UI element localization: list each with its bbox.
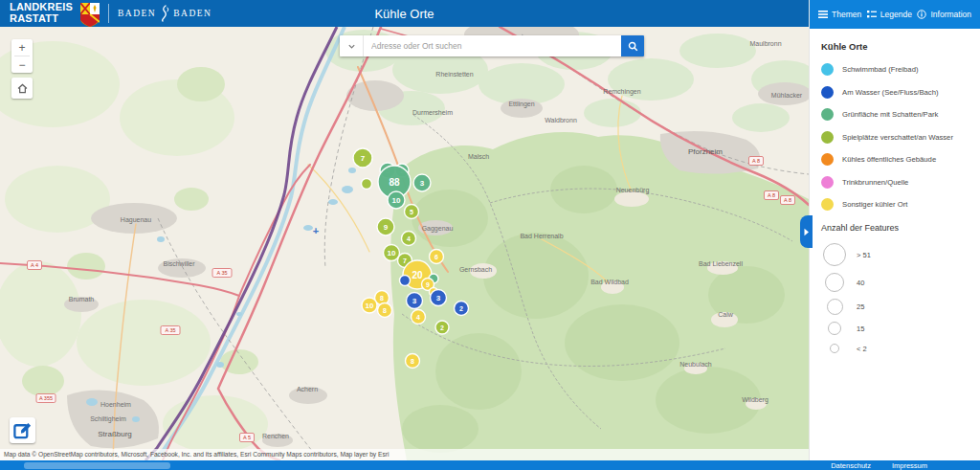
svg-text:4: 4 xyxy=(407,235,411,242)
airport-symbol: + xyxy=(313,225,319,236)
cluster-marker[interactable]: 3 xyxy=(407,293,423,309)
feature-count-circle-box xyxy=(821,322,848,335)
svg-text:5: 5 xyxy=(410,209,413,215)
legend-sidebar: ThemenLegendeInformation Kühle Orte Schw… xyxy=(809,0,980,460)
menu-legende[interactable]: Legende xyxy=(867,10,912,19)
map-attribution: Map data © OpenStreetMap contributors, M… xyxy=(0,449,809,460)
map-label: Straßburg xyxy=(98,430,132,438)
edit-button[interactable] xyxy=(10,417,35,443)
svg-text:6: 6 xyxy=(434,254,438,260)
map-label: Calw xyxy=(718,311,734,318)
motorway-shield: A 35 xyxy=(212,269,232,278)
cluster-marker[interactable]: 10 xyxy=(362,298,377,313)
search-source-dropdown[interactable] xyxy=(340,35,364,56)
legend-item: Sonstiger kühler Ort xyxy=(821,198,969,211)
svg-text:2: 2 xyxy=(440,325,444,331)
baden-baden-logo: BADEN BADEN xyxy=(118,5,212,22)
feature-count-circle xyxy=(827,299,843,315)
cluster-marker[interactable]: 8 xyxy=(406,354,420,369)
svg-text:A 5: A 5 xyxy=(243,435,251,440)
search-button[interactable] xyxy=(621,35,644,56)
legend-item: Grünfläche mit Schatten/Park xyxy=(821,108,969,121)
svg-text:A 8: A 8 xyxy=(752,158,760,164)
legend-item-label: Schwimmbad (Freibad) xyxy=(842,65,918,74)
svg-text:20: 20 xyxy=(412,270,423,280)
map-label: Rheinstetten xyxy=(435,71,473,78)
legend-item: Am Wasser (See/Fluss/Bach) xyxy=(821,86,969,99)
svg-text:7: 7 xyxy=(361,154,366,163)
legend-title: Kühle Orte xyxy=(821,41,969,52)
footer-link-impressum[interactable]: Impressum xyxy=(892,461,927,470)
cluster-marker[interactable]: 7 xyxy=(353,148,372,168)
map-canvas[interactable]: + A 4A 35A 35A 355A 5A 8A 8A 8 Rheinstet… xyxy=(0,27,809,460)
cluster-marker[interactable]: 5 xyxy=(405,205,419,219)
map-label: Gernsbach xyxy=(459,266,492,273)
cluster-marker[interactable]: 9 xyxy=(377,218,394,235)
cluster-marker[interactable]: 2 xyxy=(435,321,449,334)
header-divider xyxy=(108,4,109,23)
edit-pencil-icon xyxy=(12,420,33,440)
map-label: Achern xyxy=(297,386,318,392)
cluster-marker[interactable]: 4 xyxy=(402,232,416,246)
svg-text:A 355: A 355 xyxy=(39,395,53,401)
cluster-marker[interactable]: 3 xyxy=(431,290,447,306)
svg-text:A 8: A 8 xyxy=(768,192,775,198)
search-input[interactable] xyxy=(364,35,621,56)
svg-text:7: 7 xyxy=(403,257,407,264)
legend-item-label: Kühles öffentliches Gebäude xyxy=(842,155,936,164)
zoom-in-button[interactable]: + xyxy=(11,39,33,56)
zoom-control: + − xyxy=(11,39,33,73)
map-label: Mühlacker xyxy=(771,92,803,99)
baden-baden-glyph-icon xyxy=(158,5,171,22)
legend-color-dot xyxy=(821,86,834,99)
cluster-marker[interactable]: 10 xyxy=(384,245,400,261)
cluster-marker[interactable]: 10 xyxy=(388,191,405,209)
feature-count-row: > 51 xyxy=(821,241,969,268)
cluster-marker[interactable] xyxy=(400,276,411,286)
home-extent-button[interactable] xyxy=(11,78,33,99)
svg-text:3: 3 xyxy=(436,294,441,302)
cluster-marker[interactable]: 3 xyxy=(413,174,431,191)
footer-link-datenschutz[interactable]: Datenschutz xyxy=(831,461,871,470)
legend-item-label: Grünfläche mit Schatten/Park xyxy=(842,110,938,119)
svg-text:8: 8 xyxy=(411,358,414,365)
chevron-down-icon xyxy=(347,42,356,51)
map-label: Bad Wildbad xyxy=(590,279,629,285)
horizontal-scrollbar-thumb[interactable] xyxy=(24,462,170,469)
feature-count-circle-box xyxy=(821,273,848,292)
svg-text:10: 10 xyxy=(388,249,396,257)
zoom-out-button[interactable]: − xyxy=(11,56,33,73)
feature-count-row: 40 xyxy=(821,271,969,294)
map-label: Haguenau xyxy=(121,216,151,224)
menu-themen[interactable]: Themen xyxy=(818,10,861,19)
map-container[interactable]: + A 4A 35A 35A 355A 5A 8A 8A 8 Rheinstet… xyxy=(0,27,809,460)
motorway-shield: A 8 xyxy=(749,157,764,166)
map-label: Brumath xyxy=(69,296,95,302)
map-label: Durmersheim xyxy=(412,109,453,116)
legend-item: Trinkbrunnen/Quelle xyxy=(821,176,969,189)
motorway-shield: A 8 xyxy=(765,191,779,200)
map-label: Wildberg xyxy=(742,396,768,404)
map-label: Pforzheim xyxy=(688,147,723,156)
map-label: Renchen xyxy=(262,433,289,439)
sidebar-toggle-tab[interactable] xyxy=(800,215,813,248)
svg-text:A 35: A 35 xyxy=(165,327,175,333)
cluster-marker[interactable]: 2 xyxy=(455,302,469,316)
menu-information[interactable]: Information xyxy=(917,10,971,19)
feature-count-label: > 51 xyxy=(857,251,871,259)
legend-item-label: Am Wasser (See/Fluss/Bach) xyxy=(842,88,939,97)
menu-label: Information xyxy=(930,10,971,19)
menu-label: Themen xyxy=(832,10,861,19)
cluster-marker[interactable]: 8 xyxy=(378,303,392,318)
search-bar xyxy=(340,35,644,56)
legend-item-label: Sonstiger kühler Ort xyxy=(842,200,907,209)
feature-count-title: Anzahl der Features xyxy=(821,223,969,233)
motorway-shield: A 35 xyxy=(161,326,180,335)
cluster-marker[interactable]: 6 xyxy=(430,250,444,264)
map-label: Gaggenau xyxy=(422,225,454,233)
feature-count-label: 40 xyxy=(857,279,864,287)
cluster-marker[interactable]: 4 xyxy=(412,310,426,325)
legend-item: Schwimmbad (Freibad) xyxy=(821,63,969,76)
map-label: Bad Herrenalb xyxy=(520,233,563,239)
cluster-marker[interactable] xyxy=(362,179,372,190)
